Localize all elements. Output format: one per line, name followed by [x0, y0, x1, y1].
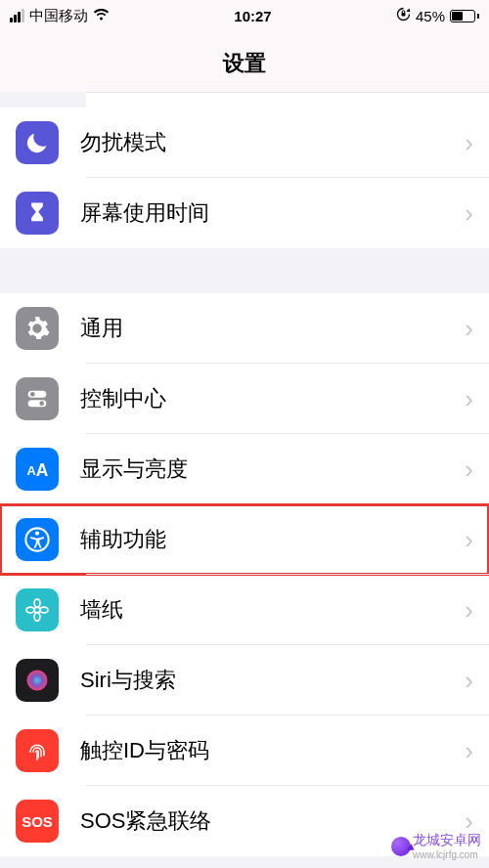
svg-text:A: A	[27, 463, 36, 478]
row-label: 墙纸	[80, 595, 465, 625]
row-general[interactable]: 通用 ›	[0, 293, 489, 364]
row-accessibility[interactable]: 辅助功能 ›	[0, 504, 489, 575]
clock: 10:27	[234, 8, 271, 24]
sos-icon: SOS	[16, 800, 59, 843]
siri-icon	[16, 659, 59, 702]
row-label: 控制中心	[80, 384, 465, 413]
chevron-right-icon: ›	[465, 384, 473, 414]
hourglass-icon	[16, 192, 59, 235]
row-label: 辅助功能	[80, 525, 465, 554]
svg-point-14	[27, 671, 48, 691]
row-wallpaper[interactable]: 墙纸 ›	[0, 575, 489, 645]
rotation-lock-icon	[396, 7, 411, 24]
textsize-icon: AA	[16, 448, 59, 491]
row-dnd[interactable]: 勿扰模式 ›	[0, 108, 489, 178]
row-label: 触控ID与密码	[80, 736, 465, 765]
flower-icon	[16, 588, 59, 631]
status-bar: 中国移动 10:27 45%	[0, 0, 489, 31]
toggles-icon	[16, 377, 59, 420]
row-label: Siri与搜索	[80, 666, 465, 695]
row-display[interactable]: AA 显示与亮度 ›	[0, 434, 489, 504]
moon-icon	[16, 121, 59, 164]
watermark: 龙城安卓网 www.lcjrfg.com	[391, 832, 481, 860]
gear-icon	[16, 307, 59, 350]
chevron-right-icon: ›	[465, 198, 473, 229]
page-title: 设置	[0, 49, 489, 78]
row-label: 显示与亮度	[80, 455, 465, 484]
signal-icon	[10, 9, 24, 22]
row-touchid[interactable]: 触控ID与密码 ›	[0, 716, 489, 786]
partial-previous-row	[86, 92, 489, 108]
chevron-right-icon: ›	[465, 525, 473, 555]
chevron-right-icon: ›	[465, 736, 473, 766]
row-screentime[interactable]: 屏幕使用时间 ›	[0, 178, 489, 248]
page-header: 设置	[0, 31, 489, 92]
row-siri[interactable]: Siri与搜索 ›	[0, 645, 489, 716]
svg-point-2	[30, 392, 35, 397]
svg-point-12	[26, 607, 34, 613]
svg-point-10	[34, 599, 40, 607]
chevron-right-icon: ›	[465, 314, 473, 344]
svg-point-13	[40, 607, 48, 613]
row-label: 屏幕使用时间	[80, 198, 465, 228]
fingerprint-icon	[16, 729, 59, 772]
svg-point-11	[34, 613, 40, 621]
accessibility-icon	[16, 518, 59, 561]
settings-group-2: 通用 › 控制中心 › AA 显示与亮度 › 辅助功能 › 墙纸 › Siri与…	[0, 293, 489, 856]
watermark-text: 龙城安卓网	[413, 832, 481, 849]
svg-point-8	[35, 531, 39, 535]
chevron-right-icon: ›	[465, 128, 473, 158]
svg-rect-0	[401, 13, 405, 17]
wifi-icon	[93, 8, 110, 24]
settings-group-1: 勿扰模式 › 屏幕使用时间 ›	[0, 108, 489, 248]
battery-percent: 45%	[416, 8, 445, 24]
chevron-right-icon: ›	[465, 666, 473, 696]
chevron-right-icon: ›	[465, 595, 473, 626]
row-label: 通用	[80, 314, 465, 343]
svg-text:A: A	[36, 460, 49, 480]
watermark-logo-icon	[391, 837, 411, 856]
watermark-url: www.lcjrfg.com	[413, 849, 481, 860]
carrier-label: 中国移动	[29, 7, 88, 25]
chevron-right-icon: ›	[465, 455, 473, 485]
battery-icon	[450, 10, 479, 22]
row-label: 勿扰模式	[80, 128, 465, 157]
svg-point-4	[39, 401, 44, 406]
group-separator	[0, 248, 489, 293]
row-control-center[interactable]: 控制中心 ›	[0, 364, 489, 434]
